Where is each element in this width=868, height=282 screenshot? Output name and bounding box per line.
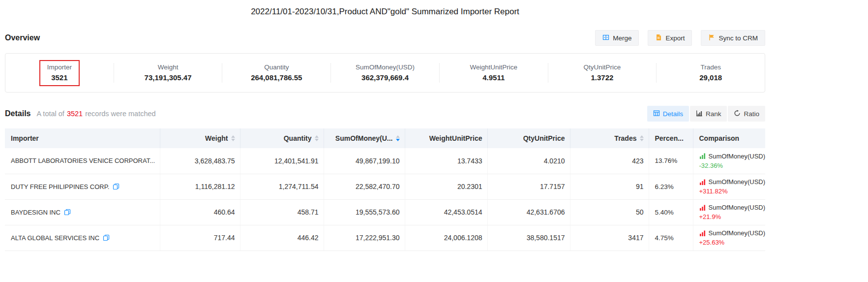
- bar-chart-icon: [699, 204, 706, 211]
- details-section-header: Details A total of3521records were match…: [5, 105, 765, 122]
- qty-unit-price-cell: 42,631.6706: [487, 199, 570, 225]
- bar-chart-icon: [699, 230, 706, 237]
- qty-unit-price-cell: 4.0210: [487, 148, 570, 174]
- weight-cell: 1,116,281.12: [160, 174, 240, 199]
- importer-name[interactable]: ALTA GLOBAL SERVICES INC: [11, 234, 99, 242]
- copy-icon[interactable]: [103, 234, 110, 241]
- comparison-cell: SumOfMoney(USD) +25.63%: [693, 225, 765, 251]
- table-header-row: Importer Weight Quantity SumOfMoney(U...…: [5, 128, 765, 148]
- stat-value: 1.3722: [584, 73, 621, 82]
- sync-to-crm-button-label: Sync to CRM: [718, 34, 758, 42]
- page-content: 2022/11/01-2023/10/31,Product AND"gold" …: [5, 7, 765, 251]
- comparison-cell: SumOfMoney(USD) +21.9%: [693, 199, 765, 225]
- table-row[interactable]: ALTA GLOBAL SERVICES INC 717.44 446.42 1…: [5, 225, 765, 251]
- sort-icon[interactable]: [315, 135, 319, 141]
- rank-chart-icon: [696, 110, 703, 118]
- merge-icon: [602, 34, 609, 42]
- quantity-cell: 446.42: [240, 225, 324, 251]
- importer-name[interactable]: ABBOTT LABORATORIES VENICE CORPORAT...: [11, 157, 155, 164]
- quantity-cell: 12,401,541.91: [240, 148, 324, 174]
- sort-icon[interactable]: [396, 135, 400, 141]
- qty-unit-price-cell: 17.7157: [487, 174, 570, 199]
- details-heading: Details: [5, 109, 30, 118]
- stat-trades: Trades 29,018: [657, 61, 765, 85]
- trades-cell: 91: [570, 174, 649, 199]
- trades-cell: 50: [570, 199, 649, 225]
- ratio-circle-icon: [734, 110, 741, 118]
- percent-cell: 6.23%: [649, 174, 693, 199]
- comparison-label: SumOfMoney(USD): [709, 203, 766, 212]
- toolbar: Merge Export Sync to CRM: [595, 30, 765, 46]
- table-row[interactable]: DUTY FREE PHILIPPINES CORP. 1,116,281.12…: [5, 174, 765, 199]
- sort-icon[interactable]: [231, 135, 235, 141]
- merge-button[interactable]: Merge: [595, 30, 639, 46]
- tab-ratio[interactable]: Ratio: [728, 106, 765, 122]
- column-header-importer: Importer: [5, 128, 160, 148]
- merge-button-label: Merge: [613, 34, 631, 42]
- sync-to-crm-button[interactable]: Sync to CRM: [701, 30, 765, 46]
- sum-of-money-cell: 19,555,573.60: [324, 199, 405, 225]
- percent-cell: 4.75%: [649, 225, 693, 251]
- weight-unit-price-cell: 13.7433: [405, 148, 487, 174]
- column-header-weight[interactable]: Weight: [160, 128, 240, 148]
- table-row[interactable]: BAYDESIGN INC 460.64 458.71 19,555,573.6…: [5, 199, 765, 225]
- copy-icon[interactable]: [64, 209, 71, 216]
- column-header-weight-unit-price: WeightUnitPrice: [405, 128, 487, 148]
- flag-icon: [708, 34, 715, 42]
- tab-rank[interactable]: Rank: [690, 106, 727, 122]
- stat-importer: Importer 3521: [5, 60, 114, 86]
- weight-cell: 460.64: [160, 199, 240, 225]
- percent-cell: 13.76%: [649, 148, 693, 174]
- tab-label: Ratio: [744, 110, 759, 118]
- column-header-quantity[interactable]: Quantity: [240, 128, 324, 148]
- importer-name[interactable]: DUTY FREE PHILIPPINES CORP.: [11, 183, 109, 190]
- table-icon: [653, 110, 660, 118]
- qty-unit-price-cell: 38,580.1517: [487, 225, 570, 251]
- stat-value: 73,191,305.47: [145, 73, 192, 82]
- column-header-qty-unit-price: QtyUnitPrice: [487, 128, 570, 148]
- export-icon: [655, 34, 662, 42]
- column-header-percent: Percen...: [649, 128, 693, 148]
- stat-value: 29,018: [699, 73, 722, 82]
- comparison-change: +311.82%: [699, 187, 761, 195]
- importer-highlight-box: Importer 3521: [39, 60, 80, 86]
- summary-prefix: A total of: [36, 110, 64, 118]
- sum-of-money-cell: 17,222,951.30: [324, 225, 405, 251]
- trades-cell: 3417: [570, 225, 649, 251]
- tab-details[interactable]: Details: [647, 106, 689, 122]
- comparison-label: SumOfMoney(USD): [709, 229, 766, 237]
- stat-sum-of-money: SumOfMoney(USD) 362,379,669.4: [331, 61, 439, 85]
- percent-cell: 5.40%: [649, 199, 693, 225]
- comparison-change: +21.9%: [699, 213, 761, 221]
- bar-chart-icon: [699, 179, 706, 186]
- table-row[interactable]: ABBOTT LABORATORIES VENICE CORPORAT... 3…: [5, 148, 765, 174]
- copy-icon[interactable]: [113, 183, 120, 190]
- overview-section-header: Overview Merge Export Sync to CRM: [5, 30, 765, 46]
- column-header-sum-of-money[interactable]: SumOfMoney(U...: [324, 128, 405, 148]
- overview-stats-bar: Importer 3521 Weight 73,191,305.47 Quant…: [5, 53, 765, 93]
- comparison-change: +25.63%: [699, 238, 761, 247]
- stat-label: SumOfMoney(USD): [356, 63, 415, 71]
- stat-value: 4.9511: [470, 73, 517, 82]
- column-header-trades[interactable]: Trades: [570, 128, 649, 148]
- importer-name[interactable]: BAYDESIGN INC: [11, 209, 60, 216]
- weight-unit-price-cell: 20.2301: [405, 174, 487, 199]
- column-header-comparison: Comparison: [693, 128, 765, 148]
- export-button[interactable]: Export: [648, 30, 692, 46]
- comparison-label: SumOfMoney(USD): [709, 152, 766, 160]
- sort-icon[interactable]: [640, 135, 644, 141]
- records-matched-summary: A total of3521records were matched: [36, 110, 155, 118]
- weight-unit-price-cell: 24,006.1208: [405, 225, 487, 251]
- export-button-label: Export: [665, 34, 685, 42]
- bar-chart-icon: [699, 153, 706, 159]
- stat-quantity: Quantity 264,081,786.55: [222, 61, 330, 85]
- stat-weight: Weight 73,191,305.47: [114, 61, 222, 85]
- quantity-cell: 1,274,711.54: [240, 174, 324, 199]
- comparison-change: -32.36%: [699, 161, 761, 170]
- trades-cell: 423: [570, 148, 649, 174]
- stat-label: Trades: [699, 63, 722, 71]
- stat-label: Importer: [47, 63, 72, 71]
- comparison-cell: SumOfMoney(USD) -32.36%: [693, 148, 765, 174]
- tab-label: Details: [663, 110, 683, 118]
- summary-count: 3521: [67, 110, 83, 118]
